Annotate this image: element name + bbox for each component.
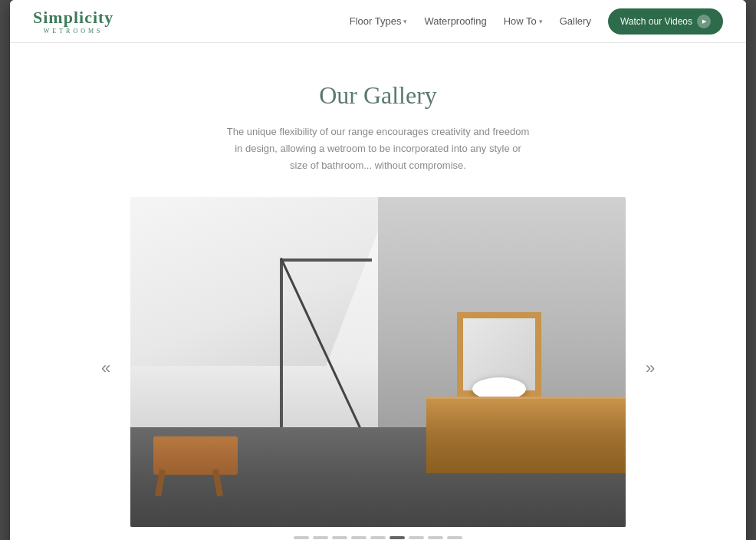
logo[interactable]: Simplicity WETROOMS [33,8,113,35]
play-icon [697,15,711,28]
carousel-dot[interactable] [332,536,347,539]
gallery-title: Our Gallery [25,81,731,110]
carousel: « [130,197,626,539]
gallery-description: The unique flexibility of our range enco… [225,123,531,174]
carousel-dot[interactable] [447,536,462,539]
carousel-dot[interactable] [409,536,424,539]
bathroom-image [130,197,626,527]
shower-glass-horizontal [280,258,372,262]
carousel-dot[interactable] [390,536,405,539]
brand-name: Simplicity [33,8,113,28]
nav-item-how-to[interactable]: How To ▾ [504,15,543,27]
carousel-dots [130,536,626,539]
carousel-dot[interactable] [313,536,328,539]
carousel-image-container [130,197,626,527]
prev-arrow-button[interactable]: « [90,349,121,387]
browser-window: Simplicity WETROOMS Floor Types ▾ Waterp… [10,0,746,540]
dropdown-caret: ▾ [403,18,407,25]
carousel-dot[interactable] [370,536,386,539]
next-arrow-button[interactable]: » [635,349,666,387]
nav-item-floor-types[interactable]: Floor Types ▾ [350,15,408,27]
watch-videos-button[interactable]: Watch our Videos [608,8,723,35]
vanity-unit [426,397,626,473]
gallery-section: Our Gallery The unique flexibility of ou… [10,43,746,540]
nav-item-gallery[interactable]: Gallery [560,15,591,27]
nav-item-waterproofing[interactable]: Waterproofing [424,15,486,27]
carousel-dot[interactable] [294,536,309,539]
navbar: Simplicity WETROOMS Floor Types ▾ Waterp… [10,0,746,43]
dropdown-caret-2: ▾ [539,18,543,25]
brand-tagline: WETROOMS [44,28,104,35]
nav-links: Floor Types ▾ Waterproofing How To ▾ Gal… [350,8,723,35]
carousel-dot[interactable] [428,536,443,539]
carousel-dot[interactable] [351,536,366,539]
bench [153,436,238,475]
